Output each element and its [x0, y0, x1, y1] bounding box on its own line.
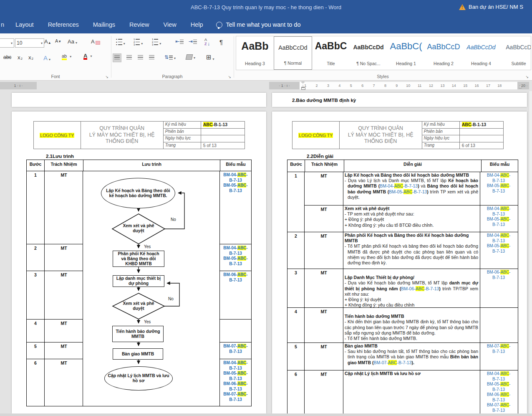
form-code-prefix: BM-05- — [487, 382, 501, 386]
description-cell: Bàn giao MMTB- Sau khi bảo dưỡng hoàn tấ… — [343, 343, 480, 370]
ruler-number: 5 — [345, 84, 357, 88]
page-6[interactable]: LOGO CÔNG TY QUY TRÌNH QUẢNLÝ MÁY MÓC TH… — [272, 112, 527, 413]
form-code-dash: - — [509, 371, 510, 376]
flow-node-start[interactable]: Lập Kế hoạch và Bảng theo dõi kế hoạch b… — [101, 178, 175, 208]
text-line: Phân phối Kế hoạch và Bảng theo dõi Kế h… — [345, 233, 478, 244]
text-line: + Đồng ý: phê duyệt — [345, 217, 478, 222]
flow-node-end[interactable]: Cập nhật Lý lịch MMTB và lưu hồ sơ — [104, 366, 173, 391]
form-code: BM-04-ABC-B-7-13 — [380, 183, 418, 188]
styles-dialog-launcher[interactable]: ↘ — [525, 75, 529, 79]
form-code-suffix: B-7-13 — [229, 251, 242, 256]
highlight: ABC — [500, 403, 509, 407]
form-code-prefix: BM-04- — [487, 233, 501, 238]
ruler-left-fragment: 1 · ı · — [0, 82, 37, 89]
font-dialog-launcher[interactable]: ↘ — [105, 75, 108, 79]
previous-page-right-bottom[interactable]: 2.Bảo dưỡng MMTB định kỳ — [272, 93, 527, 107]
flow-node-handover[interactable]: Bàn giao MMTB — [113, 348, 163, 360]
step-cell: 5 — [287, 343, 305, 370]
ruler-margin-segment: · 1 · ı · — [269, 82, 300, 89]
form-code: BM-05-ABC-B-7-13 — [480, 183, 517, 194]
ruler-right-segment: · 20 · — [517, 82, 529, 89]
highlight: ABC — [500, 233, 509, 238]
header-field-value — [201, 135, 245, 142]
form-code-suffix: B-7-13 — [229, 366, 242, 370]
forms-cell: BM-06-ABC-B-7-13 — [480, 269, 517, 307]
col-header-description: Diễn giải — [344, 160, 482, 172]
form-code-suffix: B-7-13 — [492, 212, 505, 216]
highlight: ABC — [388, 360, 397, 365]
text-segment: - Dựa vào Lý lịch và Danh mục MMTB, tổ M… — [345, 178, 448, 183]
paragraph-dialog-launcher[interactable]: ↘ — [228, 75, 231, 79]
flow-node-review-2[interactable]: Xem xét và phê duyệt — [118, 301, 159, 311]
vertical-scrollbar[interactable] — [529, 91, 532, 413]
form-code: BM-05-ABC-B-7-13 — [389, 189, 427, 194]
form-code-prefix: BM-05- — [223, 371, 237, 375]
text-segment: Xem xét và phê duyệt — [345, 206, 389, 211]
highlight: ABC — [462, 122, 471, 127]
form-code-prefix: BM-06- — [223, 381, 237, 386]
previous-page-left-bottom[interactable] — [12, 93, 266, 107]
page-5[interactable]: LOGO CÔNG TY QUY TRÌNH QUẢNLÝ MÁY MÓC TH… — [12, 112, 266, 413]
form-code-prefix: BM-06- — [223, 272, 237, 277]
ribbon-tab-layout[interactable]: Layout — [8, 16, 41, 33]
flow-label-yes-2: Yes — [144, 320, 151, 324]
form-code-prefix: BM-05- — [223, 256, 237, 261]
ruler-number: 13 — [437, 84, 448, 88]
ribbon-tab-review[interactable]: Review — [122, 16, 156, 33]
header-field-label: Phiên bản — [422, 129, 460, 135]
highlight: ABC — [416, 286, 425, 291]
text-segment: - Khi đến thời gian bảo dưỡng MMTB định … — [345, 319, 478, 335]
font-group-label: Font — [0, 74, 111, 79]
left-indent-marker[interactable] — [301, 87, 305, 90]
ribbon-tab-n[interactable]: n — [0, 16, 8, 33]
highlight: ABC — [237, 272, 247, 277]
form-code-prefix: BM-04- — [487, 371, 501, 376]
step-cell: 2 — [27, 244, 44, 271]
ribbon-tab-help[interactable]: Help — [184, 16, 210, 33]
form-code-suffix: B-7-13 — [492, 238, 505, 243]
ribbon-tab-view[interactable]: View — [156, 16, 184, 33]
text-line: + Không đồng ý: yêu cầu tổ BTCĐ điều chỉ… — [345, 223, 478, 228]
flow-label-no-2: No — [168, 297, 174, 301]
text-line: - Dựa vào Lý lịch và Danh mục MMTB, tổ M… — [345, 178, 478, 200]
flow-node-spare-list[interactable]: Lập danh mục thiết bị dự phòng — [113, 275, 164, 287]
header-field-value — [460, 135, 503, 142]
sub-row: MT Tiến hành bảo dưỡng MMTB- Khi đến thờ… — [305, 308, 518, 342]
ribbon-tab-mailings[interactable]: Mailings — [86, 16, 122, 33]
form-code-prefix: BM-05- — [223, 183, 237, 188]
forms-cell: BM-04-ABC-B-7-13BM-05-ABC-B-7-13BM-06-AB… — [480, 370, 517, 413]
text-segment: - Dựa vào Kế hoạch bảo dưỡng MMTB, tổ MT… — [345, 280, 449, 285]
document-area: 2.Bảo dưỡng MMTB định kỳ LOGO CÔNG TY QU… — [0, 91, 532, 413]
flow-node-distribute[interactable]: Phân phối Kế hoạch và Bảng theo dõi KHBD… — [113, 251, 164, 267]
highlight: ABC — [237, 371, 247, 375]
forms-cell: BM-04-ABC-B-7-13BM-05-ABC-B-7-13 — [480, 205, 517, 232]
flow-node-maintain[interactable]: Tiến hành bảo dưỡng MMTB — [112, 326, 164, 342]
form-code: BM-05-ABC-B-7-13 — [220, 256, 251, 266]
header-field-label: Phiên bản — [164, 129, 201, 135]
ruler-number: 11 — [414, 84, 425, 88]
header-field-label: Trang — [164, 142, 201, 149]
ribbon-tab-references[interactable]: References — [41, 16, 86, 33]
logo-cell: LOGO CÔNG TY — [34, 122, 81, 149]
tell-me-box[interactable]: Tell me what you want to do — [216, 21, 301, 28]
horizontal-scrollbar[interactable] — [0, 413, 532, 416]
form-code-prefix: BM-06- — [487, 270, 501, 274]
highlight: ABC — [237, 344, 247, 348]
text-segment: + Đồng ý: phê duyệt — [345, 217, 384, 222]
form-code-dash: - — [509, 244, 510, 248]
ruler-number: 10 — [403, 84, 414, 88]
flow-node-review-1[interactable]: Xem xét và phê duyệt — [118, 223, 159, 233]
ruler-band: 123456789101112131415161718 — [300, 82, 517, 89]
col-header-forms: Biểu mẫu — [220, 160, 251, 171]
text-segment: Tiến hành bảo dưỡng MMTB — [345, 314, 404, 319]
highlight: ABC — [403, 189, 413, 194]
form-code: BM-04-ABC-B-7-13 — [480, 173, 517, 183]
header-field-value: 6 of 13 — [460, 142, 503, 149]
sub-row: MTCập nhật Lý lịch MMTB và lưu hồ sơBM-0… — [305, 370, 518, 413]
form-code-prefix: BM-04- — [223, 246, 237, 250]
account-area[interactable]: Ban dự án HSE/ NM S — [459, 4, 532, 10]
form-code-suffix: B-7-13 — [229, 278, 242, 282]
text-line: - TP xem xét và phê duyệt như sau: — [345, 211, 478, 217]
description-table: Bước Trách Nhiệm Diễn giải Biểu mẫu 1MTL… — [287, 160, 518, 413]
form-code-prefix: BM-06- — [487, 392, 501, 397]
